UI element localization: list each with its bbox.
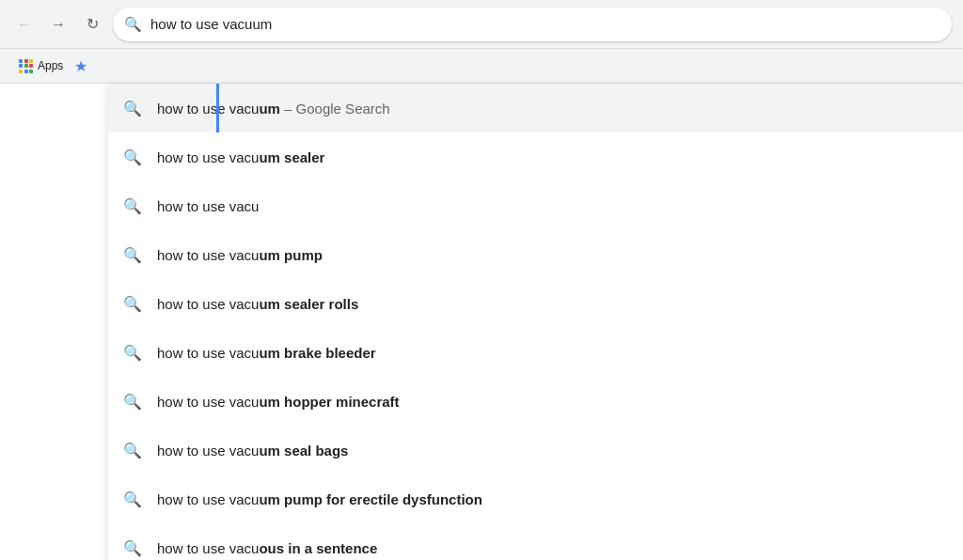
dropdown-item-brake-bleeder[interactable]: 🔍 how to use vacuum brake bleeder (108, 328, 963, 377)
search-icon: 🔍 (123, 344, 142, 362)
search-icon: 🔍 (123, 539, 142, 557)
search-icon: 🔍 (123, 148, 142, 166)
search-icon: 🔍 (123, 100, 142, 117)
dropdown-item-text: how to use vacuum hopper minecraft (157, 394, 400, 410)
browser-toolbar: ← → ↻ 🔍 (0, 0, 963, 49)
dropdown-item-pump[interactable]: 🔍 how to use vacuum pump (108, 230, 963, 279)
search-icon: 🔍 (123, 393, 142, 411)
search-icon: 🔍 (123, 490, 142, 508)
back-button[interactable]: ← (11, 11, 38, 38)
refresh-icon: ↻ (87, 15, 99, 33)
search-icon: 🔍 (123, 197, 142, 215)
dropdown-item-text: how to use vacuum brake bleeder (157, 345, 376, 361)
apps-grid-icon (19, 59, 33, 73)
address-bar-input[interactable] (113, 8, 952, 41)
dropdown-item-text: how to use vacuum pump for erectile dysf… (157, 491, 482, 507)
dropdown-item-text: how to use vacuum seal bags (157, 443, 348, 459)
dropdown-item-vacu[interactable]: 🔍 how to use vacu (108, 181, 963, 230)
dropdown-item-text: how to use vacuum – Google Search (157, 101, 390, 117)
dropdown-item-text: how to use vacu (157, 198, 259, 214)
dropdown-item-sealer-rolls[interactable]: 🔍 how to use vacuum sealer rolls (108, 279, 963, 328)
forward-button[interactable]: → (45, 11, 71, 38)
apps-label: Apps (38, 59, 63, 72)
forward-arrow-icon: → (51, 16, 66, 33)
refresh-button[interactable]: ↻ (79, 11, 105, 38)
bookmark-star-icon[interactable]: ★ (74, 57, 87, 75)
autocomplete-dropdown: 🔍 how to use vacuum – Google Search 🔍 ho… (108, 84, 963, 560)
dropdown-item-text: how to use vacuum pump (157, 247, 323, 263)
search-icon: 🔍 (123, 246, 142, 264)
dropdown-item-text: how to use vacuum sealer rolls (157, 296, 358, 312)
dropdown-item-sentence[interactable]: 🔍 how to use vacuous in a sentence (108, 523, 963, 560)
dropdown-item-text: how to use vacuous in a sentence (157, 540, 377, 556)
address-bar-wrapper: 🔍 (113, 8, 952, 41)
dropdown-item-google-search[interactable]: 🔍 how to use vacuum – Google Search (108, 84, 963, 132)
dropdown-item-text: how to use vacuum sealer (157, 149, 324, 165)
back-arrow-icon: ← (17, 16, 32, 33)
search-icon: 🔍 (123, 295, 142, 313)
dropdown-item-hopper-minecraft[interactable]: 🔍 how to use vacuum hopper minecraft (108, 377, 963, 426)
dropdown-item-seal-bags[interactable]: 🔍 how to use vacuum seal bags (108, 426, 963, 474)
dropdown-item-erectile[interactable]: 🔍 how to use vacuum pump for erectile dy… (108, 474, 963, 523)
bookmarks-bar: Apps ★ (0, 49, 963, 84)
dropdown-item-sealer[interactable]: 🔍 how to use vacuum sealer (108, 132, 963, 181)
search-icon: 🔍 (123, 442, 142, 459)
apps-bookmark-item[interactable]: Apps (11, 55, 71, 77)
